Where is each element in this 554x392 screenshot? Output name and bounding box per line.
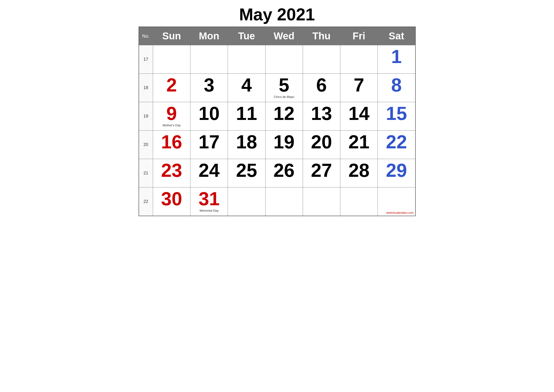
day-cell: 31Memorial Day xyxy=(190,188,228,216)
calendar-title: May 2021 xyxy=(138,5,416,24)
day-cell: 13 xyxy=(303,102,340,131)
day-number: 16 xyxy=(161,133,182,151)
calendar-body: 171182345Cinco de Mayo678199Mother's Day… xyxy=(139,45,416,216)
week-number: 19 xyxy=(139,102,153,131)
day-cell: wheniscalendars.com xyxy=(378,188,416,216)
day-number: 20 xyxy=(311,133,332,151)
day-number: 11 xyxy=(236,104,257,123)
day-cell: 2 xyxy=(153,74,190,102)
week-row: 199Mother's Day101112131415 xyxy=(139,102,416,131)
day-number: 30 xyxy=(161,189,182,208)
day-number: 8 xyxy=(391,76,402,95)
day-number: 13 xyxy=(311,104,332,123)
day-cell: 17 xyxy=(190,131,228,159)
day-cell: 30 xyxy=(153,188,190,216)
day-number: 28 xyxy=(348,161,369,180)
day-cell: 20 xyxy=(303,131,340,159)
day-cell xyxy=(303,45,340,74)
day-cell: 23 xyxy=(153,159,190,188)
day-cell xyxy=(153,45,190,74)
week-row: 171 xyxy=(139,45,416,74)
day-cell: 26 xyxy=(265,159,303,188)
header-row: No. Sun Mon Tue Wed Thu Fri Sat xyxy=(139,27,416,45)
week-row: 223031Memorial Daywheniscalendars.com xyxy=(139,188,416,216)
week-row: 2123242526272829 xyxy=(139,159,416,188)
day-cell: 19 xyxy=(265,131,303,159)
header-fri: Fri xyxy=(340,27,378,45)
day-number: 25 xyxy=(236,161,257,180)
day-cell: 1 xyxy=(378,45,416,74)
day-cell xyxy=(228,188,265,216)
day-cell xyxy=(340,45,378,74)
day-number: 7 xyxy=(354,76,364,95)
day-number: 14 xyxy=(348,104,369,123)
day-cell: 14 xyxy=(340,102,378,131)
day-cell: 18 xyxy=(228,131,265,159)
header-thu: Thu xyxy=(303,27,340,45)
day-cell xyxy=(265,45,303,74)
calendar-container: May 2021 No. Sun Mon Tue Wed Thu Fri Sat… xyxy=(138,5,416,216)
day-number: 17 xyxy=(199,133,220,151)
header-sun: Sun xyxy=(153,27,190,45)
header-no: No. xyxy=(139,27,153,45)
week-number: 18 xyxy=(139,74,153,102)
header-wed: Wed xyxy=(265,27,303,45)
day-cell: 3 xyxy=(190,74,228,102)
watermark: wheniscalendars.com xyxy=(386,211,414,215)
day-number: 1 xyxy=(391,47,402,66)
header-mon: Mon xyxy=(190,27,228,45)
header-sat: Sat xyxy=(378,27,416,45)
day-cell xyxy=(228,45,265,74)
day-holiday-label: Mother's Day xyxy=(163,124,181,127)
day-number: 24 xyxy=(199,161,220,180)
day-cell: 6 xyxy=(303,74,340,102)
day-number: 2 xyxy=(166,76,177,95)
day-cell xyxy=(265,188,303,216)
day-number: 3 xyxy=(204,76,215,95)
day-number: 21 xyxy=(348,133,369,151)
day-cell: 27 xyxy=(303,159,340,188)
day-number: 10 xyxy=(199,104,220,123)
day-number: 29 xyxy=(386,161,407,180)
day-cell: 11 xyxy=(228,102,265,131)
day-number: 23 xyxy=(161,161,182,180)
week-number: 21 xyxy=(139,159,153,188)
day-cell: 15 xyxy=(378,102,416,131)
day-number: 19 xyxy=(274,133,295,151)
day-cell xyxy=(340,188,378,216)
calendar-table: No. Sun Mon Tue Wed Thu Fri Sat 17118234… xyxy=(138,27,416,216)
day-cell: 22 xyxy=(378,131,416,159)
day-number: 27 xyxy=(311,161,332,180)
week-number: 22 xyxy=(139,188,153,216)
day-cell: 4 xyxy=(228,74,265,102)
day-cell: 9Mother's Day xyxy=(153,102,190,131)
day-cell: 21 xyxy=(340,131,378,159)
day-number: 9 xyxy=(166,104,177,123)
day-number: 15 xyxy=(386,104,407,123)
day-cell: 25 xyxy=(228,159,265,188)
day-cell xyxy=(303,188,340,216)
day-number: 6 xyxy=(316,76,327,95)
header-tue: Tue xyxy=(228,27,265,45)
day-cell: 28 xyxy=(340,159,378,188)
day-cell: 7 xyxy=(340,74,378,102)
day-number: 4 xyxy=(241,76,252,95)
day-number: 5 xyxy=(279,76,290,95)
day-number: 12 xyxy=(274,104,295,123)
day-cell: 24 xyxy=(190,159,228,188)
day-cell: 10 xyxy=(190,102,228,131)
day-number: 26 xyxy=(274,161,295,180)
week-row: 182345Cinco de Mayo678 xyxy=(139,74,416,102)
day-cell xyxy=(190,45,228,74)
day-number: 22 xyxy=(386,133,407,151)
day-holiday-label: Cinco de Mayo xyxy=(274,95,294,98)
day-number: 31 xyxy=(199,189,220,208)
day-holiday-label: Memorial Day xyxy=(200,209,219,212)
day-cell: 5Cinco de Mayo xyxy=(265,74,303,102)
week-number: 17 xyxy=(139,45,153,74)
week-row: 2016171819202122 xyxy=(139,131,416,159)
day-cell: 8 xyxy=(378,74,416,102)
day-number: 18 xyxy=(236,133,257,151)
week-number: 20 xyxy=(139,131,153,159)
day-cell: 29 xyxy=(378,159,416,188)
